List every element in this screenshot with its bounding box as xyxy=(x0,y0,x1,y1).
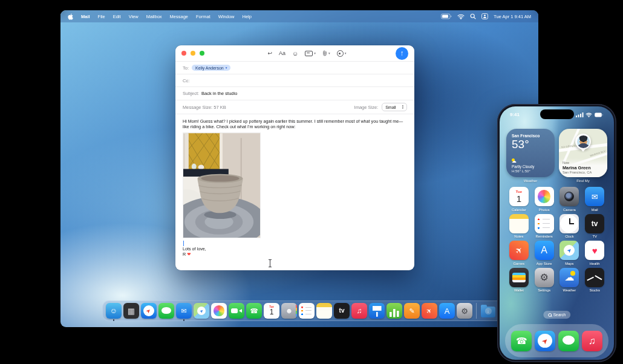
search-icon[interactable] xyxy=(470,13,476,19)
dock-pages-icon[interactable]: ✎ xyxy=(404,303,420,319)
apple-menu-icon[interactable] xyxy=(68,13,73,20)
iphone-app-settings[interactable]: ⚙Settings xyxy=(535,268,554,293)
to-field[interactable]: To: Kelly Anderson ▾ xyxy=(175,62,414,74)
iphone-app-photos[interactable]: Photos xyxy=(535,187,554,212)
control-center-icon[interactable] xyxy=(481,13,488,19)
dock-reminders-icon[interactable] xyxy=(299,303,315,319)
menu-help[interactable]: Help xyxy=(242,14,251,19)
battery-icon[interactable] xyxy=(441,13,452,19)
iphone-dock-messages-icon[interactable] xyxy=(558,331,579,351)
app-label: Camera xyxy=(563,208,576,212)
battery-icon xyxy=(594,112,604,117)
text-cursor-pointer xyxy=(268,259,272,267)
dock-finder-icon[interactable]: ☺ xyxy=(106,303,122,319)
to-label: To: xyxy=(183,65,189,71)
iphone-app-camera[interactable]: Camera xyxy=(559,187,579,212)
cc-label: Cc: xyxy=(183,78,189,83)
iphone-app-stocks[interactable]: Stocks xyxy=(585,268,604,293)
recipient-token[interactable]: Kelly Anderson ▾ xyxy=(192,65,230,71)
menu-mailbox[interactable]: Mailbox xyxy=(146,14,162,19)
undo-icon[interactable]: ↩ xyxy=(267,50,272,56)
iphone-app-appstore[interactable]: AApp Store xyxy=(535,241,554,265)
dock-music-icon[interactable]: ♫ xyxy=(351,303,367,319)
dock-launchpad-icon[interactable]: ▦ xyxy=(123,303,139,319)
app-label: Calendar xyxy=(512,208,526,212)
weather-condition: Partly Cloudy xyxy=(512,164,549,169)
cellular-signal-icon xyxy=(576,112,584,117)
iphone-app-weather[interactable]: ☁Weather xyxy=(559,268,579,293)
iphone-dock-safari-icon[interactable]: ➤ xyxy=(535,331,555,351)
dock-settings-icon[interactable]: ⚙ xyxy=(457,303,472,319)
find-my-city: San Francisco, CA xyxy=(563,171,604,174)
dock-maps-icon[interactable]: ➤ xyxy=(194,303,209,319)
menu-window[interactable]: Window xyxy=(218,14,235,19)
pottery-photo[interactable] xyxy=(183,132,261,238)
header-fields-icon[interactable]: ▾ xyxy=(305,51,316,56)
menu-mail[interactable]: Mail xyxy=(81,14,90,19)
iphone-app-health[interactable]: ♥Health xyxy=(585,241,604,265)
weather-widget[interactable]: San Francisco 53° ☁ Partly Cloudy H:56° … xyxy=(506,129,555,183)
signoff-line-1: Lots of love, xyxy=(183,247,407,252)
dock-photos-icon[interactable] xyxy=(211,303,227,319)
app-label: Health xyxy=(590,262,600,265)
dock-tv-icon[interactable]: tv xyxy=(334,303,350,319)
zoom-button[interactable] xyxy=(200,51,204,56)
iphone-app-mail[interactable]: ✉Mail xyxy=(585,187,604,212)
partly-cloudy-icon: ☁ xyxy=(512,158,519,164)
menu-bar: MailFileEditViewMailboxMessageFormatWind… xyxy=(60,10,538,22)
heart-emoji: ❤ xyxy=(187,252,191,257)
photo-glyph xyxy=(337,50,344,57)
iphone-app-calendar[interactable]: Tue1Calendar xyxy=(509,187,529,212)
menu-message[interactable]: Message xyxy=(170,14,188,19)
menu-edit[interactable]: Edit xyxy=(113,14,121,19)
menu-bar-clock[interactable]: Tue Apr 1 9:41 AM xyxy=(494,14,531,19)
iphone-dock-music-icon[interactable]: ♫ xyxy=(582,331,602,351)
iphone-dock-phone-icon[interactable]: ☎ xyxy=(511,331,532,351)
dock-numbers-icon[interactable] xyxy=(387,303,402,319)
chevron-down-icon: ▾ xyxy=(345,51,347,55)
dock-downloads-icon[interactable]: ↓ xyxy=(480,303,496,319)
app-label: Games xyxy=(514,262,525,265)
iphone-app-games[interactable]: ✈Games xyxy=(509,241,529,265)
dock-safari-icon[interactable]: ➤ xyxy=(141,303,157,319)
menu-file[interactable]: File xyxy=(98,14,105,19)
dock-contacts-icon[interactable]: ☻ xyxy=(281,303,297,319)
close-button[interactable] xyxy=(181,51,186,56)
iphone-app-wallet[interactable]: Wallet xyxy=(509,268,529,293)
dock-games-icon[interactable]: ✈ xyxy=(422,303,437,319)
wifi-icon[interactable] xyxy=(457,14,465,19)
dock-appstore-icon[interactable]: A xyxy=(439,303,455,319)
dock-phone-icon[interactable]: ☎ xyxy=(246,303,262,319)
emoji-icon[interactable]: ☺ xyxy=(292,50,298,57)
menu-format[interactable]: Format xyxy=(196,14,210,19)
iphone-app-tv[interactable]: tvTV xyxy=(585,214,604,239)
app-label: Stocks xyxy=(589,288,599,292)
dock-facetime-icon[interactable] xyxy=(229,303,244,319)
iphone-app-clock[interactable]: Clock xyxy=(559,214,579,239)
search-pill[interactable]: Search xyxy=(543,311,571,319)
image-size-select[interactable]: Small ▴ ▾ xyxy=(382,103,407,111)
dock-mail-icon[interactable]: ✉ xyxy=(176,303,192,319)
minimize-button[interactable] xyxy=(191,51,195,56)
app-grid: Tue1CalendarPhotosCamera✉MailNotesRemind… xyxy=(506,187,607,292)
paperclip-icon xyxy=(322,50,327,57)
mail-titlebar[interactable]: ↩ Aa ☺ ▾ ▾ ▾ ↑ xyxy=(175,45,414,62)
dock-calendar-icon[interactable]: Tue1 xyxy=(264,303,279,319)
find-my-widget[interactable]: NA GREEN DR MARINA BLV Now Marina Green … xyxy=(559,129,607,183)
menu-view[interactable]: View xyxy=(129,14,139,19)
wifi-icon xyxy=(585,112,592,117)
iphone-app-notes[interactable]: Notes xyxy=(509,214,529,239)
subject-field[interactable]: Subject: Back in the studio xyxy=(175,87,414,100)
message-body[interactable]: Hi Mom! Guess what? I picked up pottery … xyxy=(175,114,414,261)
dock-notes-icon[interactable] xyxy=(316,303,332,319)
iphone-app-maps[interactable]: ➤Maps xyxy=(559,241,579,265)
dock-messages-icon[interactable] xyxy=(158,303,174,319)
insert-photo-icon[interactable]: ▾ xyxy=(337,50,347,57)
iphone-app-reminders[interactable]: Reminders xyxy=(535,214,554,239)
send-button[interactable]: ↑ xyxy=(396,47,408,60)
cc-field[interactable]: Cc: xyxy=(175,74,414,87)
avatar xyxy=(577,135,590,148)
dock-keynote-icon[interactable] xyxy=(369,303,385,319)
format-icon[interactable]: Aa xyxy=(279,50,285,56)
attachment-icon[interactable]: ▾ xyxy=(322,50,330,57)
